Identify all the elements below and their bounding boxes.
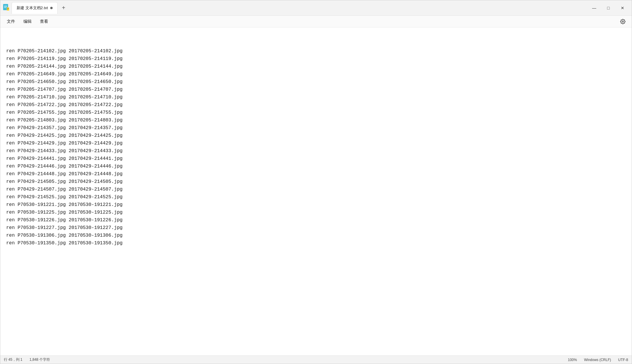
char-count: 1,848 个字符: [30, 357, 50, 362]
close-button[interactable]: ✕: [616, 3, 629, 13]
status-bar: 行 45，列 1 1,848 个字符 100% Windows (CRLF) U…: [0, 355, 632, 364]
window-controls: — □ ✕: [587, 3, 629, 13]
text-line: ren P70205-214722.jpg 20170205-214722.jp…: [6, 101, 626, 109]
text-line: ren P70429-214505.jpg 20170429-214505.jp…: [6, 178, 626, 186]
app-icon: [3, 4, 10, 12]
text-line: ren P70205-214144.jpg 20170205-214144.jp…: [6, 63, 626, 70]
text-line: ren P70429-214448.jpg 20170429-214448.jp…: [6, 170, 626, 178]
cursor-position: 行 45，列 1: [4, 357, 22, 362]
text-line: ren P70205-214707.jpg 20170205-214707.jp…: [6, 86, 626, 93]
text-line: ren P70429-214429.jpg 20170429-214429.jp…: [6, 139, 626, 147]
new-tab-button[interactable]: +: [58, 3, 69, 13]
minimize-button[interactable]: —: [587, 3, 601, 13]
text-line: ren P70530-191225.jpg 20170530-191225.jp…: [6, 209, 626, 216]
svg-rect-5: [7, 7, 9, 11]
main-window: 新建 文本文档2.txt + — □ ✕ 文件 编辑 查看 ren P70205…: [0, 0, 632, 364]
unsaved-indicator: [50, 7, 53, 9]
text-line: ren P70530-191306.jpg 20170530-191306.jp…: [6, 232, 626, 239]
title-bar: 新建 文本文档2.txt + — □ ✕: [0, 0, 632, 16]
text-line: ren P70530-191226.jpg 20170530-191226.jp…: [6, 216, 626, 224]
editor-content[interactable]: ren P70205-214102.jpg 20170205-214102.jp…: [0, 27, 632, 355]
text-line: ren P70429-214525.jpg 20170429-214525.jp…: [6, 193, 626, 201]
maximize-button[interactable]: □: [602, 3, 615, 13]
svg-point-9: [622, 21, 624, 22]
text-line: ren P70429-214446.jpg 20170429-214446.jp…: [6, 162, 626, 170]
text-line: ren P70429-214441.jpg 20170429-214441.jp…: [6, 155, 626, 162]
text-line: ren P70429-214357.jpg 20170429-214357.jp…: [6, 124, 626, 132]
text-line: ren P70429-214433.jpg 20170429-214433.jp…: [6, 147, 626, 155]
tab-title: 新建 文本文档2.txt: [17, 5, 48, 11]
text-line: ren P70429-214507.jpg 20170429-214507.jp…: [6, 186, 626, 193]
status-right: 100% Windows (CRLF) UTF-8: [568, 358, 628, 362]
encoding[interactable]: UTF-8: [618, 358, 628, 362]
text-line: ren P70429-214425.jpg 20170429-214425.jp…: [6, 132, 626, 139]
text-line: ren P70205-214710.jpg 20170205-214710.jp…: [6, 93, 626, 101]
text-line: ren P70530-191350.jpg 20170530-191350.jp…: [6, 239, 626, 247]
zoom-level[interactable]: 100%: [568, 358, 577, 362]
text-line: ren P70530-191221.jpg 20170530-191221.jp…: [6, 201, 626, 209]
text-line: ren P70530-191227.jpg 20170530-191227.jp…: [6, 224, 626, 232]
settings-button[interactable]: [618, 16, 628, 27]
menu-edit[interactable]: 编辑: [19, 17, 36, 26]
text-line: ren P70205-214755.jpg 20170205-214755.jp…: [6, 109, 626, 116]
text-line: ren P70205-214803.jpg 20170205-214803.jp…: [6, 116, 626, 124]
menu-bar: 文件 编辑 查看: [0, 16, 632, 27]
active-tab[interactable]: 新建 文本文档2.txt: [12, 2, 58, 14]
text-line: ren P70205-214650.jpg 20170205-214650.jp…: [6, 78, 626, 86]
menu-view[interactable]: 查看: [36, 17, 52, 26]
text-line: ren P70205-214119.jpg 20170205-214119.jp…: [6, 55, 626, 63]
tab-bar: 新建 文本文档2.txt +: [12, 0, 587, 15]
text-line: ren P70205-214102.jpg 20170205-214102.jp…: [6, 47, 626, 55]
menu-file[interactable]: 文件: [3, 17, 19, 26]
text-line: ren P70205-214649.jpg 20170205-214649.jp…: [6, 70, 626, 78]
line-ending[interactable]: Windows (CRLF): [584, 358, 611, 362]
